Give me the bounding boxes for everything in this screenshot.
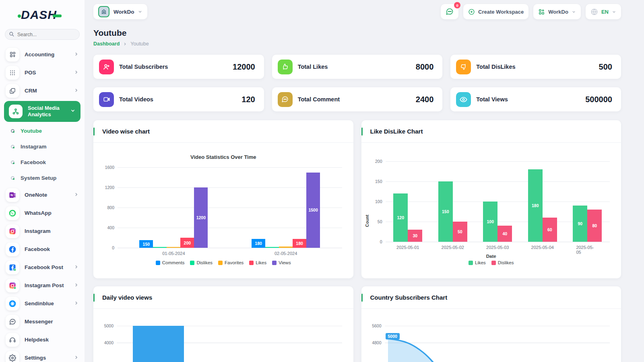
gridline: 0 [118,248,342,248]
chevron-right-icon [74,354,79,362]
workspace-selector[interactable]: WorkDo [93,4,147,19]
sidebar-subitem-instagram[interactable]: Instagram [0,139,85,154]
sidebar-subitem-youtube[interactable]: Youtube [0,123,85,139]
stat-card-total-dislikes: Total DisLikes500 [450,55,621,79]
sidebar-item-settings[interactable]: Settings [0,349,85,362]
legend-item-likes: Likes [469,260,486,265]
y-axis-title: Count [365,215,369,227]
logo-dot [18,14,21,18]
stat-label: Total Videos [119,96,153,103]
sidebar-item-accounting[interactable]: Accounting [0,45,85,64]
legend-swatch [190,261,194,265]
workdo-apps-button[interactable]: WorkDo [533,4,581,19]
card-title: Country Subscribers Chart [370,294,448,301]
area-line [385,326,610,362]
stat-value: 8000 [416,62,434,72]
page-title: Youtube [93,28,621,38]
y-tick-label: 0 [380,239,382,244]
bar-value-label: 180 [255,241,262,246]
instagram-post-icon [6,279,19,292]
card-title: Video wise chart [102,128,150,135]
bar-value-label: 200 [184,241,191,245]
sidebar-item-label: Messenger [25,319,53,325]
stat-value: 500 [599,62,612,72]
bullet-icon [11,129,14,133]
sidebar-item-facebook[interactable]: Facebook [0,240,85,258]
sidebar-item-crm[interactable]: CRM [0,82,85,100]
chevron-down-icon [572,10,576,14]
y-tick-label: 800 [107,205,114,210]
sidebar: DASH AccountingPOSCRMSocial Media Analyt… [0,0,85,362]
language-selector[interactable]: EN [586,4,621,19]
bar-dislikes: 30 [408,230,422,242]
y-tick-label: 5600 [372,323,381,328]
instagram-icon [6,224,19,238]
stat-label: Total Comment [298,96,340,103]
share-nodes-icon [9,105,23,118]
bar-group: 18060 [528,169,557,242]
y-tick-label: 50 [378,219,382,224]
sidebar-item-label: Sendinblue [25,300,54,306]
bar-value-label: 90 [578,221,582,226]
x-tick-label: 2025-05-04 [531,245,554,250]
legend-swatch [249,261,254,265]
stat-card-total-videos: Total Videos120 [93,87,264,111]
bar-value-label: 150 [442,209,449,214]
chart-legend: LikesDislikes [361,260,621,265]
chart-legend: CommentsDislikesFavoritesLikesViews [93,260,353,265]
bar-favorites [279,247,293,248]
thumbs-up-icon [278,60,293,74]
sidebar-item-label: Social Media Analytics [28,105,66,118]
daily-video-views-plot: 50004000 [117,326,342,362]
country-subscribers-card: Country Subscribers Chart 56004800 5000 [361,286,621,362]
crm-icon [6,84,19,98]
sidebar-item-label: WhatsApp [25,210,52,216]
sidebar-item-messenger[interactable]: Messenger [0,313,85,331]
search-icon [9,31,14,39]
helpdesk-icon [6,333,19,347]
stat-value: 2400 [416,95,434,104]
x-tick-label: 2025-05-01 [396,245,419,250]
sidebar-item-instagram-post[interactable]: Instagram Post [0,276,85,294]
create-workspace-label: Create Workspace [478,9,524,15]
bar-group: 9080 [573,206,602,242]
y-tick-label: 150 [375,179,382,184]
y-tick-label: 200 [375,159,382,164]
sidebar-item-pos[interactable]: POS [0,64,85,82]
bar-likes: 180 [293,239,306,248]
sidebar-item-social-media-analytics[interactable]: Social Media Analytics [4,101,80,122]
bar-likes: 100 [483,202,497,242]
bar-likes: 120 [393,193,408,242]
sidebar-item-facebook-post[interactable]: Facebook Post [0,258,85,276]
sidebar-item-helpdesk[interactable]: Helpdesk [0,331,85,349]
bar-views: 1200 [194,187,208,248]
x-tick-label: 2025-05-02 [442,245,464,250]
sidebar-subitem-facebook[interactable]: Facebook [0,154,85,170]
sidebar-item-label: Accounting [25,51,54,58]
sidebar-item-instagram[interactable]: Instagram [0,222,85,240]
sidebar-item-sendinblue[interactable]: Sendinblue [0,294,85,313]
sidebar-subitem-system-setup[interactable]: System Setup [0,170,85,186]
bar-value-label: 120 [397,215,404,220]
x-tick-label: 01-05-2024 [162,251,185,256]
bar-value-label: 80 [592,223,597,228]
messages-button[interactable]: 0 [441,4,458,19]
bar-group: 12030 [393,193,422,242]
breadcrumb-current: Youtube [130,41,149,47]
breadcrumb-dashboard-link[interactable]: Dashboard [93,41,120,47]
sidebar-item-whatsapp[interactable]: WhatsApp [0,204,85,222]
y-tick-label: 4800 [372,340,381,345]
facebook-icon [6,243,19,256]
onenote-icon: N [6,188,19,202]
search-input[interactable] [5,29,80,40]
bar-likes: 180 [528,169,543,242]
like-dislike-chart-card: Like DisLike Chart Count 200150100500120… [361,120,621,278]
chevron-right-icon [74,300,79,307]
messenger-icon [6,315,19,329]
video-wise-chart-card: Video wise chart Video Statistics Over T… [93,120,353,278]
y-tick-label: 5000 [104,323,114,328]
bar-dislikes: 80 [587,210,602,242]
create-workspace-button[interactable]: Create Workspace [463,4,528,19]
globe-icon [590,8,598,16]
sidebar-item-onenote[interactable]: NOneNote [0,186,85,204]
